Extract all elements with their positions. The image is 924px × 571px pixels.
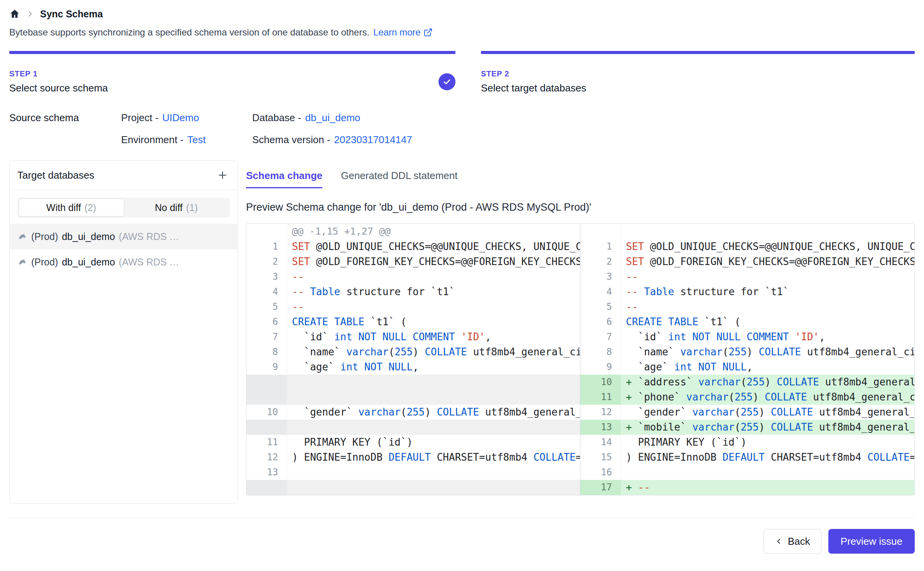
line-number: 14 — [580, 435, 621, 450]
preview-tabs: Schema change Generated DDL statement — [246, 170, 915, 188]
line-number: 4 — [246, 284, 287, 299]
right-diff-row: 3-- — [580, 269, 914, 284]
code-line: + `mobile` varchar(255) COLLATE utf8mb4_… — [621, 420, 914, 435]
external-link-icon — [423, 28, 433, 37]
add-target-database-button[interactable] — [215, 168, 230, 182]
right-diff-row: 13+ `mobile` varchar(255) COLLATE utf8mb… — [580, 420, 914, 435]
source-version-field: Schema version -20230317014147 — [252, 134, 915, 146]
line-number — [246, 480, 287, 495]
plus-icon — [217, 170, 228, 181]
left-diff-row: 2SET @OLD_FOREIGN_KEY_CHECKS=@@FOREIGN_K… — [246, 254, 580, 269]
line-number — [246, 224, 287, 239]
line-number — [246, 420, 287, 435]
code-line: -- — [621, 269, 914, 284]
chevron-left-icon — [775, 537, 783, 546]
page-description: Bytebase supports synchronizing a specif… — [9, 27, 915, 38]
right-diff-row: 16 — [580, 465, 914, 480]
line-number: 10 — [246, 405, 287, 420]
left-diff-row: 4-- Table structure for `t1` — [246, 284, 580, 299]
line-number: 12 — [246, 450, 287, 465]
left-diff-row — [246, 420, 580, 435]
code-line: `gender` varchar(255) COLLATE utf8mb4_ge… — [621, 405, 914, 420]
code-line: PRIMARY KEY (`id`) — [621, 435, 914, 450]
code-line: -- Table structure for `t1` — [287, 284, 580, 299]
line-number: 6 — [580, 314, 621, 329]
footer-actions: Back Preview issue — [9, 529, 915, 565]
preview-issue-button[interactable]: Preview issue — [828, 529, 915, 554]
source-environment-field: Environment -Test — [121, 134, 252, 146]
code-line: `id` int NOT NULL COMMENT 'ID', — [621, 329, 914, 345]
line-number: 11 — [246, 435, 287, 450]
line-number: 4 — [580, 284, 621, 299]
left-diff-row: 8 `name` varchar(255) COLLATE utf8mb4_ge… — [246, 345, 580, 360]
breadcrumb-chevron-icon — [26, 10, 34, 18]
code-line: + `phone` varchar(255) COLLATE utf8mb4_g… — [621, 390, 914, 405]
tab-schema-change[interactable]: Schema change — [246, 170, 322, 188]
schema-version-link[interactable]: 20230317014147 — [334, 134, 412, 145]
project-link[interactable]: UIDemo — [162, 112, 199, 123]
line-number: 1 — [246, 239, 287, 254]
back-button-label: Back — [788, 536, 810, 547]
code-line: `name` varchar(255) COLLATE utf8mb4_gene… — [621, 345, 914, 360]
right-diff-row: 8 `name` varchar(255) COLLATE utf8mb4_ge… — [580, 345, 914, 360]
right-diff-row: 14 PRIMARY KEY (`id`) — [580, 435, 914, 450]
database-name: db_ui_demo — [62, 231, 115, 242]
left-diff-row: 3-- — [246, 269, 580, 284]
no-diff-count: (1) — [186, 202, 198, 213]
target-databases-header: Target databases — [10, 161, 238, 190]
tab-no-diff[interactable]: No diff (1) — [124, 199, 229, 216]
left-diff-row: @@ -1,15 +1,27 @@ — [246, 224, 580, 239]
target-database-item[interactable]: (Prod)db_ui_demo(AWS RDS MySQL Prod) — [10, 249, 238, 275]
right-diff-row — [580, 224, 914, 239]
code-line: `id` int NOT NULL COMMENT 'ID', — [287, 329, 580, 345]
right-diff-row: 7 `id` int NOT NULL COMMENT 'ID', — [580, 329, 914, 345]
line-number: 8 — [246, 345, 287, 360]
target-databases-panel: Target databases With diff (2) No diff (… — [9, 160, 238, 504]
database-detail: (AWS RDS MySQL Prod) — [119, 231, 187, 242]
right-diff-row: 11+ `phone` varchar(255) COLLATE utf8mb4… — [580, 390, 914, 405]
line-number: 8 — [580, 345, 621, 360]
code-line: ) ENGINE=InnoDB DEFAULT CHARSET=utf8mb4 … — [287, 450, 580, 465]
step-2-progress-bar — [481, 51, 915, 54]
line-number: 16 — [580, 465, 621, 480]
left-diff-row: 13 — [246, 465, 580, 480]
code-line: PRIMARY KEY (`id`) — [287, 435, 580, 450]
code-line: SET @OLD_UNIQUE_CHECKS=@@UNIQUE_CHECKS, … — [287, 239, 580, 254]
left-diff-row: 6CREATE TABLE `t1` ( — [246, 314, 580, 329]
left-diff-row — [246, 375, 580, 390]
footer-divider — [9, 518, 915, 518]
tab-with-diff[interactable]: With diff (2) — [19, 199, 124, 216]
line-number: 12 — [580, 405, 621, 420]
source-project-field: Project -UIDemo — [121, 112, 252, 124]
right-diff-row: 12 `gender` varchar(255) COLLATE utf8mb4… — [580, 405, 914, 420]
learn-more-link[interactable]: Learn more — [373, 27, 433, 38]
right-diff-row: 2SET @OLD_FOREIGN_KEY_CHECKS=@@FOREIGN_K… — [580, 254, 914, 269]
step-1-title: Select source schema — [9, 82, 108, 94]
code-line: SET @OLD_FOREIGN_KEY_CHECKS=@@FOREIGN_KE… — [621, 254, 914, 269]
right-diff-row: 6CREATE TABLE `t1` ( — [580, 314, 914, 329]
database-link[interactable]: db_ui_demo — [305, 112, 360, 123]
line-number: 10 — [580, 375, 621, 390]
target-database-item[interactable]: (Prod)db_ui_demo(AWS RDS MySQL Prod) — [10, 224, 238, 249]
line-number — [246, 375, 287, 390]
line-number: 1 — [580, 239, 621, 254]
database-environment: (Prod) — [31, 231, 58, 242]
description-text: Bytebase supports synchronizing a specif… — [9, 27, 369, 38]
back-button[interactable]: Back — [764, 529, 821, 554]
code-line: `gender` varchar(255) COLLATE utf8mb4_ge… — [287, 405, 580, 420]
with-diff-count: (2) — [84, 202, 96, 213]
left-diff-row — [246, 480, 580, 495]
tab-generated-ddl[interactable]: Generated DDL statement — [341, 170, 458, 188]
source-schema-label: Source schema — [9, 112, 121, 124]
environment-link[interactable]: Test — [187, 134, 206, 145]
code-line — [621, 224, 914, 239]
with-diff-label: With diff — [46, 202, 81, 213]
right-diff-row: 9 `age` int NOT NULL, — [580, 360, 914, 375]
page-title: Sync Schema — [40, 8, 103, 20]
line-number: 13 — [246, 465, 287, 480]
home-icon[interactable] — [9, 8, 20, 19]
right-diff-row: 4-- Table structure for `t1` — [580, 284, 914, 299]
code-line: SET @OLD_FOREIGN_KEY_CHECKS=@@FOREIGN_KE… — [287, 254, 580, 269]
diff-right-pane: 1SET @OLD_UNIQUE_CHECKS=@@UNIQUE_CHECKS,… — [580, 224, 914, 495]
database-environment: (Prod) — [31, 257, 58, 268]
